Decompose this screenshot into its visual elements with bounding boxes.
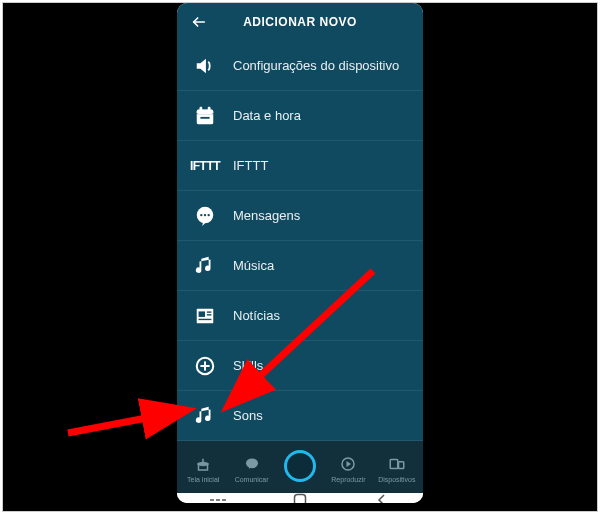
calendar-icon <box>191 102 219 130</box>
nav-label: Tela inicial <box>187 476 219 483</box>
option-label: Música <box>233 258 274 273</box>
devices-icon <box>387 454 407 474</box>
svg-rect-14 <box>207 311 212 312</box>
chat-bubble-icon <box>242 454 262 474</box>
svg-rect-4 <box>200 106 203 111</box>
app-header: ADICIONAR NOVO <box>177 3 423 41</box>
plus-circle-icon <box>191 352 219 380</box>
nav-play[interactable]: Reproduzir <box>324 454 372 483</box>
arrow-left-icon <box>191 14 207 30</box>
android-back[interactable] <box>362 494 402 503</box>
option-device-settings[interactable]: Configurações do dispositivo <box>177 41 423 91</box>
chat-icon <box>191 202 219 230</box>
svg-rect-7 <box>200 116 209 118</box>
news-icon <box>191 302 219 330</box>
option-label: IFTTT <box>233 158 268 173</box>
option-skills[interactable]: Skills <box>177 341 423 391</box>
music-icon <box>191 252 219 280</box>
phone-frame: ADICIONAR NOVO Configurações do disposit… <box>177 3 423 503</box>
svg-rect-15 <box>207 314 212 315</box>
option-news[interactable]: Notícias <box>177 291 423 341</box>
back-button[interactable] <box>189 12 209 32</box>
bottom-nav: Tela inicial Comunicar <box>177 441 423 493</box>
nav-devices[interactable]: Dispositivos <box>373 454 421 483</box>
svg-point-23 <box>246 458 258 468</box>
svg-point-11 <box>207 213 209 215</box>
options-list: Configurações do dispositivo <box>177 41 423 441</box>
nav-communicate[interactable]: Comunicar <box>227 454 275 483</box>
speaker-icon <box>191 52 219 80</box>
option-label: Sons <box>233 408 263 423</box>
nav-label: Comunicar <box>235 476 269 483</box>
home-outline-icon <box>293 493 307 503</box>
home-icon <box>193 454 213 474</box>
option-label: Data e hora <box>233 108 301 123</box>
app-screen: ADICIONAR NOVO Configurações do disposit… <box>177 3 423 493</box>
play-icon <box>338 454 358 474</box>
alexa-ring-icon <box>284 450 316 482</box>
svg-rect-25 <box>390 459 398 468</box>
option-label: Notícias <box>233 308 280 323</box>
option-messages[interactable]: Mensagens <box>177 191 423 241</box>
svg-rect-13 <box>199 311 205 317</box>
svg-rect-26 <box>398 461 403 468</box>
svg-rect-3 <box>197 109 214 114</box>
android-nav-bar <box>177 493 423 503</box>
nav-label: Reproduzir <box>331 476 365 483</box>
nav-label: Dispositivos <box>378 476 415 483</box>
option-date-time[interactable]: Data e hora <box>177 91 423 141</box>
option-label: Mensagens <box>233 208 300 223</box>
nav-home[interactable]: Tela inicial <box>179 454 227 483</box>
option-sounds[interactable]: Sons <box>177 391 423 441</box>
svg-point-10 <box>204 213 206 215</box>
svg-line-31 <box>68 411 183 433</box>
svg-rect-30 <box>295 495 306 504</box>
svg-rect-16 <box>199 318 212 319</box>
option-label: Skills <box>233 358 263 373</box>
android-home[interactable] <box>280 493 320 503</box>
option-ifttt[interactable]: IFTTT IFTTT <box>177 141 423 191</box>
svg-point-9 <box>200 213 202 215</box>
svg-rect-5 <box>208 106 211 111</box>
android-recents[interactable] <box>198 495 238 503</box>
page-title: ADICIONAR NOVO <box>177 15 423 29</box>
svg-rect-22 <box>202 458 204 463</box>
nav-alexa[interactable] <box>276 454 324 482</box>
chevron-left-icon <box>376 494 388 503</box>
option-label: Configurações do dispositivo <box>233 58 399 73</box>
recents-icon <box>209 495 227 503</box>
ifttt-icon: IFTTT <box>191 152 219 180</box>
music-icon <box>191 402 219 430</box>
option-music[interactable]: Música <box>177 241 423 291</box>
